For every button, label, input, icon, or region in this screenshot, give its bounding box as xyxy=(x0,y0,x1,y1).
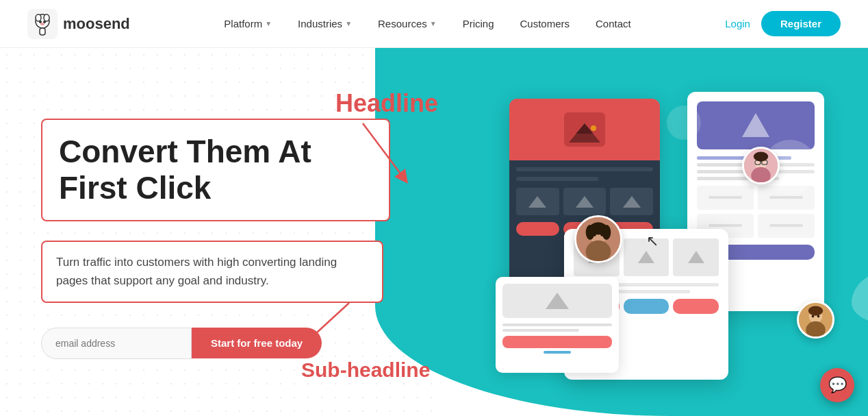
svg-point-6 xyxy=(40,23,44,25)
svg-point-30 xyxy=(751,167,771,184)
svg-marker-18 xyxy=(688,251,704,263)
cm-top xyxy=(502,284,612,318)
svg-point-37 xyxy=(806,321,826,338)
svg-marker-15 xyxy=(623,196,641,208)
svg-marker-17 xyxy=(638,251,654,263)
nav-customers[interactable]: Customers xyxy=(511,12,580,35)
annotation-subheadline-label: Sub-headline xyxy=(301,358,430,382)
industries-arrow-icon: ▼ xyxy=(345,20,352,27)
card-grid-item-1 xyxy=(516,188,559,215)
svg-point-22 xyxy=(586,240,611,262)
cc-btn-2 xyxy=(624,299,669,314)
navbar: moosend Platform ▼ Industries ▼ Resource… xyxy=(0,0,868,48)
register-button[interactable]: Register xyxy=(761,11,841,36)
svg-point-27 xyxy=(600,233,604,236)
grid-mountain-icon-3 xyxy=(622,194,642,209)
avatar-main xyxy=(574,215,622,263)
nav-platform[interactable]: Platform ▼ xyxy=(214,12,281,35)
cm-btn xyxy=(502,336,612,348)
card-main-top xyxy=(509,99,660,160)
cursor-icon: ↖ xyxy=(646,232,659,250)
avatar-right xyxy=(742,147,780,184)
svg-point-26 xyxy=(593,233,596,236)
arrow-headline-icon xyxy=(349,117,431,199)
logo[interactable]: moosend xyxy=(27,9,130,39)
svg-point-38 xyxy=(808,306,823,315)
svg-point-39 xyxy=(812,315,815,317)
triangle-icon xyxy=(742,113,769,137)
cm-mountain-icon xyxy=(544,291,571,311)
card-line-2 xyxy=(516,177,598,181)
svg-line-8 xyxy=(363,123,404,178)
card-grid-item-3 xyxy=(610,188,653,215)
card-btn-1 xyxy=(516,222,559,236)
avatar-bottom-right-face-icon xyxy=(799,301,832,339)
svg-point-12 xyxy=(591,125,596,131)
hero-headline: Convert Them At First Click xyxy=(41,119,390,221)
card-grid xyxy=(516,188,653,215)
chat-icon: 💬 xyxy=(828,376,847,394)
svg-point-25 xyxy=(602,224,611,239)
blob-decoration-left xyxy=(852,270,868,325)
nav-industries[interactable]: Industries ▼ xyxy=(288,12,361,35)
cr-sub-item-1 xyxy=(697,186,754,210)
svg-point-34 xyxy=(754,151,768,161)
hero-section: Convert Them At First Click Turn traffic… xyxy=(0,48,868,416)
svg-line-9 xyxy=(308,303,349,341)
svg-marker-13 xyxy=(528,196,546,208)
cr-sub-item-4 xyxy=(758,214,815,238)
card-grid-item-2 xyxy=(563,188,607,215)
hero-subtext: Turn traffic into customers with high co… xyxy=(41,241,383,302)
email-input[interactable] xyxy=(41,328,192,359)
logo-icon xyxy=(27,9,58,39)
cc-mountain-icon-3 xyxy=(687,249,706,265)
cm-scroll-indicator xyxy=(544,351,571,354)
nav-contact[interactable]: Contact xyxy=(586,12,641,35)
svg-marker-19 xyxy=(546,293,569,309)
platform-arrow-icon: ▼ xyxy=(265,20,272,27)
avatar-main-face-icon xyxy=(576,215,620,263)
resources-arrow-icon: ▼ xyxy=(430,20,437,27)
cc-img-3 xyxy=(673,238,719,276)
arrow-subheadline-icon xyxy=(294,296,363,351)
login-button[interactable]: Login xyxy=(725,18,750,29)
card-main-image xyxy=(564,112,605,147)
svg-point-3 xyxy=(44,14,49,21)
svg-point-24 xyxy=(586,224,595,239)
hero-illustration: ↖ xyxy=(424,48,868,416)
avatar-right-face-icon xyxy=(744,147,778,184)
svg-point-40 xyxy=(817,315,820,317)
logo-text: moosend xyxy=(63,15,130,33)
cc-mountain-icon-2 xyxy=(637,249,656,265)
navbar-actions: Login Register xyxy=(725,11,841,36)
grid-mountain-icon-2 xyxy=(574,194,595,209)
nav-links: Platform ▼ Industries ▼ Resources ▼ Pric… xyxy=(214,12,640,35)
svg-marker-14 xyxy=(576,196,593,208)
illustration-card-mobile xyxy=(496,277,619,373)
mountain-illustration-icon xyxy=(567,120,602,144)
blob-decoration-top xyxy=(667,106,701,140)
cc-btn-3 xyxy=(673,299,719,314)
avatar-bottom-right xyxy=(797,301,834,339)
svg-point-2 xyxy=(36,14,41,21)
illustration-wrapper: ↖ xyxy=(455,85,838,380)
nav-pricing[interactable]: Pricing xyxy=(453,12,504,35)
chat-bubble-button[interactable]: 💬 xyxy=(820,368,854,402)
nav-resources[interactable]: Resources ▼ xyxy=(368,12,446,35)
card-line-1 xyxy=(516,167,653,171)
annotation-headline-label: Headline xyxy=(335,89,438,118)
grid-mountain-icon-1 xyxy=(527,194,548,209)
svg-rect-7 xyxy=(40,28,45,35)
